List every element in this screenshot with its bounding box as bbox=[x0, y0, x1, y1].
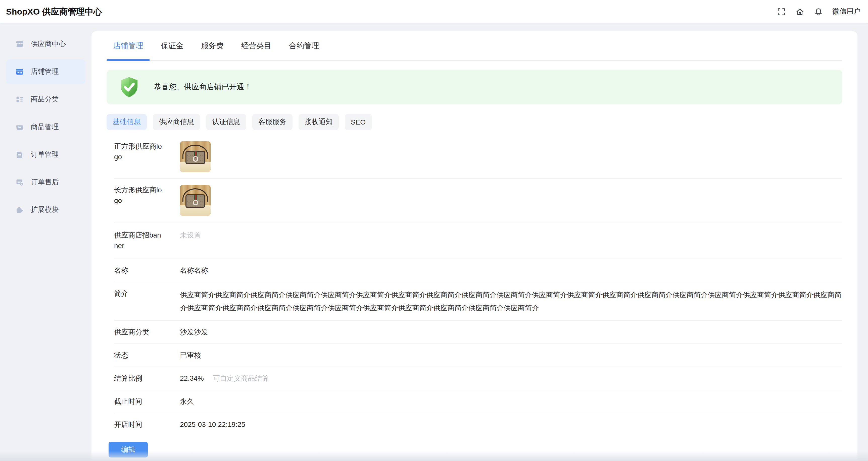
field-value: 名称名称 bbox=[180, 265, 842, 276]
field-label: 截止时间 bbox=[114, 396, 164, 407]
subtab-supplier-info[interactable]: 供应商信息 bbox=[153, 114, 200, 130]
field-value: 供应商简介供应商简介供应商简介供应商简介供应商简介供应商简介供应商简介供应商简介… bbox=[180, 288, 842, 315]
field-value: 未设置 bbox=[180, 230, 842, 240]
tab-deposit[interactable]: 保证金 bbox=[154, 31, 190, 60]
row-rect-logo: 长方形供应商logo bbox=[114, 179, 842, 223]
bag-body bbox=[185, 151, 205, 164]
field-label: 供应商分类 bbox=[114, 327, 164, 337]
row-deadline: 截止时间 永久 bbox=[114, 390, 842, 413]
sidebar-item-label: 订单售后 bbox=[31, 178, 59, 187]
field-label: 开店时间 bbox=[114, 419, 164, 430]
shop-card-icon bbox=[15, 67, 24, 76]
subtab-customer-service[interactable]: 客服服务 bbox=[252, 114, 292, 130]
field-label: 长方形供应商logo bbox=[114, 185, 164, 206]
rect-logo-image[interactable] bbox=[180, 185, 211, 216]
field-label: 结算比例 bbox=[114, 373, 164, 384]
row-open-time: 开店时间 2025-03-10 22:19:25 bbox=[114, 413, 842, 436]
row-intro: 简介 供应商简介供应商简介供应商简介供应商简介供应商简介供应商简介供应商简介供应… bbox=[114, 282, 842, 321]
subtab-auth-info[interactable]: 认证信息 bbox=[206, 114, 246, 130]
shield-check-icon bbox=[118, 75, 141, 99]
info-rows: 正方形供应商logo 长方形供应商logo bbox=[114, 135, 842, 436]
tab-bar: 店铺管理 保证金 服务费 经营类目 合约管理 bbox=[106, 31, 842, 61]
sidebar-item-goods-category[interactable]: 商品分类 bbox=[6, 87, 86, 112]
success-banner-text: 恭喜您、供应商店铺已开通！ bbox=[154, 83, 252, 92]
field-label: 正方形供应商logo bbox=[114, 141, 164, 162]
order-doc-icon bbox=[15, 150, 24, 159]
goods-bag-icon bbox=[15, 123, 24, 132]
aftersale-receipt-icon: ¥ bbox=[15, 178, 24, 187]
sidebar-item-label: 扩展模块 bbox=[31, 205, 59, 215]
field-value: 22.34% bbox=[180, 374, 204, 382]
sidebar-item-label: 商品分类 bbox=[31, 95, 59, 104]
field-label: 状态 bbox=[114, 350, 164, 361]
sidebar-item-order-aftersale[interactable]: ¥ 订单售后 bbox=[6, 170, 86, 195]
field-value: 永久 bbox=[180, 396, 842, 407]
bag-emblem bbox=[192, 200, 198, 205]
sidebar-item-label: 店铺管理 bbox=[31, 67, 59, 76]
tab-service-fee[interactable]: 服务费 bbox=[194, 31, 230, 60]
home-icon[interactable] bbox=[795, 7, 804, 16]
main-content-card: 店铺管理 保证金 服务费 经营类目 合约管理 恭喜您 bbox=[91, 31, 858, 461]
sidebar-item-supplier-center[interactable]: 供应商中心 bbox=[6, 32, 86, 57]
row-name: 名称 名称名称 bbox=[114, 259, 842, 282]
category-grid-icon bbox=[15, 95, 24, 104]
row-status: 状态 已审核 bbox=[114, 344, 842, 367]
sidebar-item-goods-management[interactable]: 商品管理 bbox=[6, 114, 86, 140]
field-value: 已审核 bbox=[180, 350, 842, 361]
row-settlement-ratio: 结算比例 22.34% 可自定义商品结算 bbox=[114, 367, 842, 390]
subtab-notifications[interactable]: 接收通知 bbox=[299, 114, 339, 130]
square-logo-image[interactable] bbox=[180, 141, 211, 172]
field-hint: 可自定义商品结算 bbox=[213, 374, 269, 382]
sidebar-item-shop-management[interactable]: 店铺管理 bbox=[6, 59, 86, 85]
tab-shop-management[interactable]: 店铺管理 bbox=[106, 31, 150, 60]
sidebar: 供应商中心 店铺管理 bbox=[0, 23, 91, 461]
header-actions: 微信用户 bbox=[777, 7, 861, 16]
sidebar-item-order-management[interactable]: 订单管理 bbox=[6, 142, 86, 167]
bag-body bbox=[185, 194, 205, 208]
row-square-logo: 正方形供应商logo bbox=[114, 135, 842, 179]
top-header: ShopXO 供应商管理中心 微信用户 bbox=[0, 0, 868, 23]
fullscreen-icon[interactable] bbox=[777, 7, 785, 16]
subtab-bar: 基础信息 供应商信息 认证信息 客服服务 接收通知 SEO bbox=[106, 114, 842, 130]
bag-emblem bbox=[192, 156, 198, 162]
app-root: ShopXO 供应商管理中心 微信用户 bbox=[0, 0, 868, 461]
subtab-basic-info[interactable]: 基础信息 bbox=[106, 114, 147, 130]
sidebar-item-label: 供应商中心 bbox=[31, 40, 66, 49]
success-banner: 恭喜您、供应商店铺已开通！ bbox=[106, 70, 842, 104]
sidebar-item-label: 订单管理 bbox=[31, 150, 59, 159]
user-name[interactable]: 微信用户 bbox=[832, 7, 861, 16]
row-supplier-category: 供应商分类 沙发沙发 bbox=[114, 321, 842, 344]
svg-text:¥: ¥ bbox=[21, 183, 22, 186]
tab-contract-management[interactable]: 合约管理 bbox=[282, 31, 326, 60]
sidebar-item-extension-module[interactable]: 扩展模块 bbox=[6, 197, 86, 223]
field-label: 名称 bbox=[114, 265, 164, 276]
tab-business-category[interactable]: 经营类目 bbox=[235, 31, 278, 60]
field-value: 2025-03-10 22:19:25 bbox=[180, 419, 842, 430]
puzzle-icon bbox=[15, 205, 24, 215]
row-store-banner: 供应商店招banner 未设置 bbox=[114, 223, 842, 259]
bell-icon[interactable] bbox=[814, 7, 823, 16]
sidebar-item-label: 商品管理 bbox=[31, 123, 59, 132]
subtab-seo[interactable]: SEO bbox=[345, 114, 372, 130]
app-title: ShopXO 供应商管理中心 bbox=[6, 6, 102, 17]
field-label: 供应商店招banner bbox=[114, 230, 164, 251]
edit-button[interactable]: 编辑 bbox=[108, 442, 148, 458]
field-label: 简介 bbox=[114, 288, 164, 299]
field-value: 沙发沙发 bbox=[180, 327, 842, 337]
storefront-icon bbox=[15, 40, 24, 49]
